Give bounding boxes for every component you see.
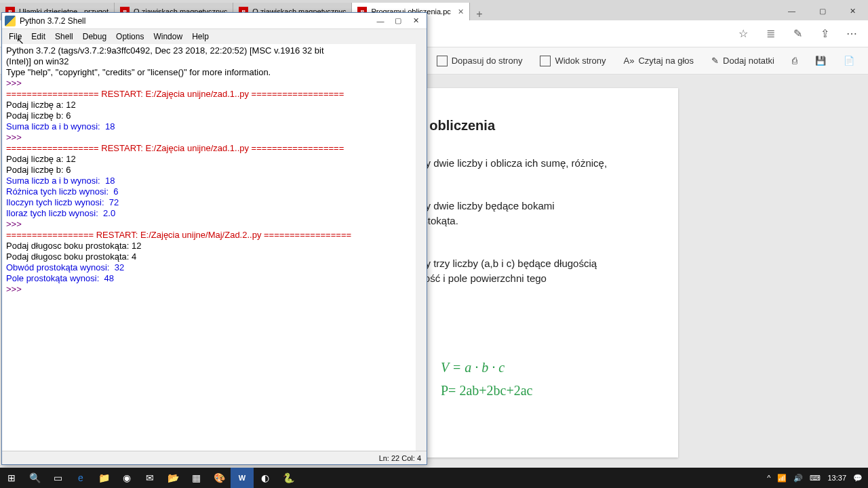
menu-window[interactable]: Window xyxy=(149,30,186,43)
doc-heading: uj obliczenia xyxy=(414,115,637,136)
page-icon xyxy=(540,56,551,66)
add-notes-button[interactable]: ✎Dodaj notatki xyxy=(705,52,781,70)
print-button[interactable]: ⎙ xyxy=(785,52,804,70)
calc-icon[interactable]: ▦ xyxy=(184,468,208,488)
scrollbar[interactable] xyxy=(416,44,427,451)
share-icon[interactable]: ⇪ xyxy=(814,23,835,45)
close-button[interactable]: ✕ xyxy=(837,1,868,20)
explorer-icon[interactable]: 📁 xyxy=(92,468,115,488)
search-button[interactable]: 🔍 xyxy=(23,468,46,488)
speaker-icon: A» xyxy=(624,56,635,66)
formula: V = a · b · c xyxy=(414,357,637,378)
maximize-button[interactable]: ▢ xyxy=(390,15,406,27)
read-aloud-button[interactable]: A»Czytaj na głos xyxy=(617,52,701,70)
app-icon[interactable]: ◐ xyxy=(254,468,277,488)
new-tab-button[interactable]: + xyxy=(470,8,489,20)
clock[interactable]: 13:37 xyxy=(827,474,846,482)
window-title: Python 3.7.2 Shell xyxy=(20,16,85,26)
app-icon[interactable]: 🎨 xyxy=(208,468,231,488)
volume-icon[interactable]: 🔊 xyxy=(793,474,803,483)
chrome-icon[interactable]: ◉ xyxy=(115,468,138,488)
fit-page-button[interactable]: Dopasuj do strony xyxy=(430,52,530,70)
system-tray: ^ 📶 🔊 ⌨ 13:37 💬 xyxy=(767,474,868,483)
page-view-button[interactable]: Widok strony xyxy=(533,52,612,70)
doc-paragraph: tury dwie liczby będące bokamirostokąta. xyxy=(414,199,637,229)
formula: P= 2ab+2bc+2ac xyxy=(414,380,637,401)
idle-shell-window: Python 3.7.2 Shell — ▢ ✕ File Edit Shell… xyxy=(1,12,427,465)
language-icon[interactable]: ⌨ xyxy=(810,474,821,483)
save-button[interactable]: 💾 xyxy=(808,52,833,70)
idle-text-area[interactable]: Python 3.7.2 (tags/v3.7.2:9a3ffc0492, De… xyxy=(2,44,427,451)
cursor-position: Ln: 22 Col: 4 xyxy=(379,454,421,462)
idle-titlebar[interactable]: Python 3.7.2 Shell — ▢ ✕ xyxy=(2,13,427,29)
idle-taskbar-icon[interactable]: 🐍 xyxy=(277,468,300,488)
doc-paragraph: tury trzy liczby (a,b i c) będące długoś… xyxy=(414,256,637,287)
folder-icon[interactable]: 📂 xyxy=(161,468,184,488)
tray-chevron-icon[interactable]: ^ xyxy=(767,474,770,482)
task-view-button[interactable]: ▭ xyxy=(46,468,69,488)
edge-icon[interactable]: e xyxy=(69,468,92,488)
annotate-icon[interactable]: ✎ xyxy=(787,23,808,45)
minimize-button[interactable]: — xyxy=(372,15,389,27)
minimize-button[interactable]: — xyxy=(776,1,807,20)
menu-file[interactable]: File xyxy=(5,30,26,43)
browser-window-controls: — ▢ ✕ xyxy=(776,1,868,20)
close-tab-icon[interactable]: ✕ xyxy=(458,7,464,16)
maximize-button[interactable]: ▢ xyxy=(807,1,837,20)
idle-menubar: File Edit Shell Debug Options Window Hel… xyxy=(2,29,427,44)
word-icon[interactable]: W xyxy=(231,468,254,488)
pencil-icon: ✎ xyxy=(711,56,719,66)
menu-help[interactable]: Help xyxy=(188,30,213,43)
menu-edit[interactable]: Edit xyxy=(27,30,50,43)
close-button[interactable]: ✕ xyxy=(408,15,424,27)
favorite-icon[interactable]: ☆ xyxy=(732,23,754,45)
notifications-icon[interactable]: 💬 xyxy=(853,474,863,483)
more-icon[interactable]: ⋯ xyxy=(841,23,863,45)
start-button[interactable]: ⊞ xyxy=(0,468,23,488)
network-icon[interactable]: 📶 xyxy=(777,474,787,483)
mail-icon[interactable]: ✉ xyxy=(138,468,161,488)
doc-paragraph: tury dwie liczby i oblicza ich sumę, róż… xyxy=(414,156,637,171)
menu-options[interactable]: Options xyxy=(112,30,148,43)
favorites-list-icon[interactable]: ≣ xyxy=(760,23,781,45)
python-icon xyxy=(5,16,16,26)
taskbar: ⊞ 🔍 ▭ e 📁 ◉ ✉ 📂 ▦ 🎨 W ◐ 🐍 ^ 📶 🔊 ⌨ 13:37 … xyxy=(0,468,868,488)
idle-statusbar: Ln: 22 Col: 4 xyxy=(2,451,427,464)
menu-debug[interactable]: Debug xyxy=(79,30,111,43)
fit-icon xyxy=(437,56,448,66)
menu-shell[interactable]: Shell xyxy=(51,30,77,43)
save-as-button[interactable]: 📄 xyxy=(837,52,861,70)
